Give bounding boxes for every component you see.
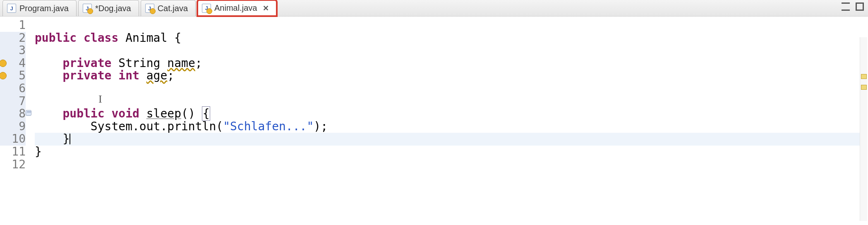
code-line[interactable]: public class Animal {: [35, 32, 868, 45]
line-number: 5: [0, 69, 26, 82]
maximize-view-icon[interactable]: [856, 2, 864, 11]
code-line[interactable]: [35, 19, 868, 32]
code-line[interactable]: [35, 44, 868, 57]
line-number: 7: [0, 95, 26, 108]
line-number: 6: [0, 82, 26, 95]
tab-label: Program.java: [19, 4, 69, 13]
line-number: 2: [0, 32, 26, 45]
line-number: 9: [0, 120, 26, 133]
code-editor[interactable]: 123456789101112 public class Animal { pr…: [0, 17, 868, 225]
tab-catjava[interactable]: JCat.java: [141, 0, 196, 16]
code-line[interactable]: [35, 82, 868, 95]
code-line[interactable]: private String name;: [35, 57, 868, 70]
java-file-icon: J: [145, 4, 154, 13]
minimize-view-icon[interactable]: [842, 2, 850, 11]
java-file-icon: J: [83, 4, 92, 13]
code-line[interactable]: System.out.println("Schlafen...");: [35, 120, 868, 133]
ruler-warning-marker[interactable]: [861, 74, 867, 79]
code-line[interactable]: }: [35, 133, 866, 146]
warning-marker-icon[interactable]: [0, 72, 7, 79]
ruler-warning-marker[interactable]: [861, 85, 867, 90]
code-line[interactable]: }: [35, 146, 868, 158]
code-area[interactable]: public class Animal { private String nam…: [30, 17, 868, 225]
line-number: 12: [0, 158, 26, 171]
close-tab-icon[interactable]: ✕: [263, 4, 269, 13]
code-line[interactable]: [35, 158, 868, 171]
code-line[interactable]: private int age;: [35, 69, 868, 82]
mouse-ibeam-cursor: I: [98, 93, 102, 105]
line-number: 3: [0, 44, 26, 57]
line-number: 10: [0, 133, 26, 146]
line-number: 1: [0, 19, 26, 32]
line-number: 11: [0, 146, 26, 158]
java-file-icon: J: [7, 4, 16, 13]
line-number: 4: [0, 57, 26, 70]
tab-animaljava[interactable]: JAnimal.java✕: [197, 0, 277, 16]
tab-programjava[interactable]: JProgram.java: [2, 0, 77, 16]
line-number: 8: [0, 108, 26, 120]
overview-ruler[interactable]: [860, 37, 867, 221]
code-line[interactable]: public void sleep() {: [35, 108, 868, 120]
java-file-icon: J: [202, 4, 211, 13]
line-number-gutter: 123456789101112: [0, 17, 30, 225]
window-controls: [842, 2, 864, 11]
tab-dogjava[interactable]: J*Dog.java: [78, 0, 139, 16]
code-line[interactable]: [35, 95, 868, 108]
tab-label: Animal.java: [214, 3, 257, 13]
tab-label: *Dog.java: [95, 4, 131, 13]
text-caret: [70, 134, 70, 144]
warning-marker-icon[interactable]: [0, 60, 7, 67]
editor-tabbar: JProgram.javaJ*Dog.javaJCat.javaJAnimal.…: [0, 0, 868, 17]
tab-label: Cat.java: [158, 4, 188, 13]
